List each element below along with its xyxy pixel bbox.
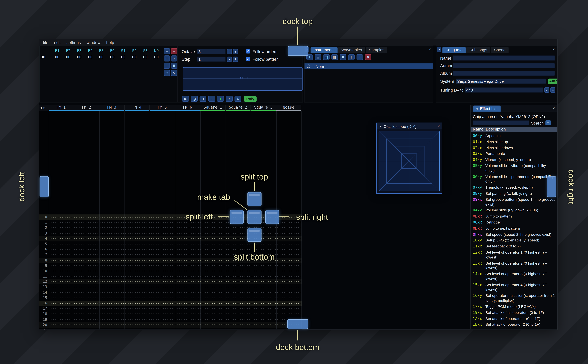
oscilloscope-close-icon[interactable]: × — [437, 124, 440, 128]
order-cell[interactable]: 00 — [107, 55, 118, 59]
menu-edit[interactable]: edit — [54, 40, 61, 45]
effect-item[interactable]: 0Bxx Jump to pattern — [470, 214, 557, 220]
instrument-duplicate-button[interactable]: ⊞ — [315, 54, 321, 60]
effect-item[interactable]: 08xy Set panning (x: left; y: right) — [470, 191, 557, 197]
order-duplicate-button[interactable]: ⊞ — [164, 55, 170, 62]
pattern-row[interactable]: 10 — [39, 268, 302, 274]
order-remove-button[interactable]: − — [171, 48, 177, 54]
split-target-left[interactable] — [230, 210, 244, 224]
pattern-row-cells[interactable] — [50, 228, 301, 228]
tab-list-popup-icon[interactable]: ▼ — [437, 47, 441, 52]
effect-item[interactable]: 13xx Set level of operator 2 (0 highest,… — [470, 260, 557, 271]
dock-target-bottom[interactable] — [287, 319, 308, 329]
channel-header[interactable]: FM 1 — [49, 105, 74, 111]
pattern-row-cells[interactable] — [50, 281, 301, 282]
effect-item[interactable]: 0Axy Volume slide (0y: down; x0: up) — [470, 208, 557, 214]
orders-row[interactable]: 00 00000000000000000000 — [40, 55, 162, 59]
split-target-right[interactable] — [265, 210, 279, 224]
pattern-row-cells[interactable] — [50, 303, 301, 304]
instrument-delete-button[interactable]: ✕ — [365, 54, 371, 60]
step-increase-button[interactable]: + — [233, 56, 238, 62]
tab-wavetables[interactable]: Wavetables — [338, 47, 365, 53]
effect-item[interactable]: 1Cxx Set attack of operator 3 (0 to 1F) — [470, 328, 557, 330]
pattern-row-cells[interactable] — [50, 217, 301, 218]
follow-pattern-checkbox[interactable]: ✓ — [246, 57, 250, 61]
effect-list-close-icon[interactable]: × — [552, 106, 555, 110]
effect-item[interactable]: 15xx Set level of operator 4 (0 highest,… — [470, 282, 557, 293]
split-target-top[interactable] — [247, 192, 262, 206]
make-tab-target[interactable] — [247, 210, 262, 224]
pattern-row[interactable]: 11 — [39, 274, 302, 279]
pattern-row[interactable]: 6 — [39, 247, 302, 252]
instrument-save-button[interactable]: ▦ — [331, 54, 338, 60]
oscilloscope-window[interactable]: ▼ Oscilloscope (X-Y) × — [376, 123, 442, 194]
order-cell[interactable]: 00 — [129, 55, 140, 59]
effect-item[interactable]: 01xx Pitch slide up — [470, 139, 557, 145]
instrument-move-up-button[interactable]: ↑ — [348, 54, 355, 60]
song-album-field[interactable] — [453, 71, 555, 76]
pattern-row-cells[interactable] — [50, 265, 301, 266]
effect-list-tab[interactable]: ▼Effect List — [473, 105, 501, 112]
dock-target-left[interactable] — [40, 176, 49, 197]
tab-instruments[interactable]: Instruments — [311, 47, 337, 53]
pattern-row[interactable]: 5 — [39, 241, 302, 247]
effect-menu-icon[interactable]: ≡ — [546, 120, 551, 125]
edit-toggle-button[interactable]: ● — [217, 96, 224, 102]
order-move-down-button[interactable]: ↓ — [164, 63, 170, 69]
channel-header[interactable]: FM 3 — [99, 105, 125, 111]
pattern-row[interactable]: 1 — [39, 220, 302, 225]
effect-item[interactable]: 11xx Set feedback (0 to 7) — [470, 244, 557, 250]
split-target-bottom[interactable] — [247, 228, 262, 242]
pattern-row-cells[interactable] — [50, 298, 301, 298]
instrument-toggle-folders-button[interactable]: ⇅ — [340, 54, 346, 60]
menu-settings[interactable]: settings — [66, 40, 81, 45]
tab-subsongs[interactable]: Subsongs — [466, 47, 490, 53]
channel-header[interactable]: FM 2 — [74, 105, 99, 111]
oscilloscope-title-bar[interactable]: ▼ Oscilloscope (X-Y) × — [377, 123, 442, 130]
system-select[interactable]: Sega Genesis/Mega Drive — [456, 79, 546, 84]
step-decrease-button[interactable]: - — [227, 56, 232, 62]
tab-song-info[interactable]: Song Info — [443, 47, 466, 53]
pattern-row-cells[interactable] — [50, 314, 301, 314]
metronome-button[interactable]: ♪ — [226, 96, 233, 102]
piano-widget[interactable] — [183, 67, 303, 91]
order-cell[interactable]: 00 — [96, 55, 107, 59]
channel-header[interactable]: FM 4 — [125, 105, 150, 111]
pattern-row[interactable]: 4 — [39, 236, 302, 241]
order-edit-mode-button[interactable]: ↖ — [171, 70, 177, 76]
pattern-row-cells[interactable] — [50, 271, 301, 271]
effect-item[interactable]: 0Dxx Jump to next pattern — [470, 226, 557, 232]
pattern-row[interactable]: 17 — [39, 306, 302, 311]
octave-decrease-button[interactable]: - — [227, 49, 232, 54]
pattern-row[interactable]: 12 — [39, 279, 302, 285]
order-cell[interactable]: 00 — [74, 55, 85, 59]
follow-orders-checkbox[interactable]: ✓ — [246, 49, 250, 53]
effect-item[interactable]: 1Axx Set attack of operator 1 (0 to 1F) — [470, 316, 557, 322]
tuning-input[interactable]: 440 — [465, 87, 543, 93]
menu-help[interactable]: help — [106, 40, 114, 45]
pattern-row[interactable]: 3 — [39, 231, 302, 236]
effect-item[interactable]: 17xx Toggle PCM mode (LEGACY) — [470, 304, 557, 310]
pattern-row[interactable]: 13 — [39, 285, 302, 290]
system-auto-button[interactable]: Auto — [548, 79, 557, 84]
step-input[interactable]: 1 — [197, 56, 226, 62]
instrument-move-down-button[interactable]: ↓ — [357, 54, 363, 60]
channel-header[interactable]: Noise — [276, 105, 301, 111]
effect-item[interactable]: 0Cxx Retrigger — [470, 220, 557, 226]
song-info-close-icon[interactable]: × — [552, 47, 555, 52]
pattern-row[interactable]: 15 — [39, 295, 302, 300]
order-cell[interactable]: 00 — [118, 55, 129, 59]
effect-item[interactable]: 10xy Setup LFO (x: enable; y: speed) — [470, 238, 557, 244]
effect-item[interactable]: 14xx Set level of operator 3 (0 highest,… — [470, 271, 557, 282]
pattern-row[interactable]: 0 — [39, 214, 302, 220]
pattern-row-cells[interactable] — [50, 308, 301, 309]
poly-toggle-button[interactable]: Poly — [244, 96, 257, 102]
order-cell[interactable]: 00 — [85, 55, 96, 59]
collapse-icon[interactable]: ▼ — [476, 108, 479, 110]
order-cell[interactable]: 00 — [52, 55, 63, 59]
effect-item[interactable]: 02xx Pitch slide down — [470, 145, 557, 151]
play-from-cursor-button[interactable]: ⇥ — [200, 96, 206, 102]
pattern-row[interactable]: 19 — [39, 317, 302, 322]
pattern-row[interactable]: 9 — [39, 263, 302, 268]
tuning-increase-button[interactable]: + — [550, 87, 555, 93]
